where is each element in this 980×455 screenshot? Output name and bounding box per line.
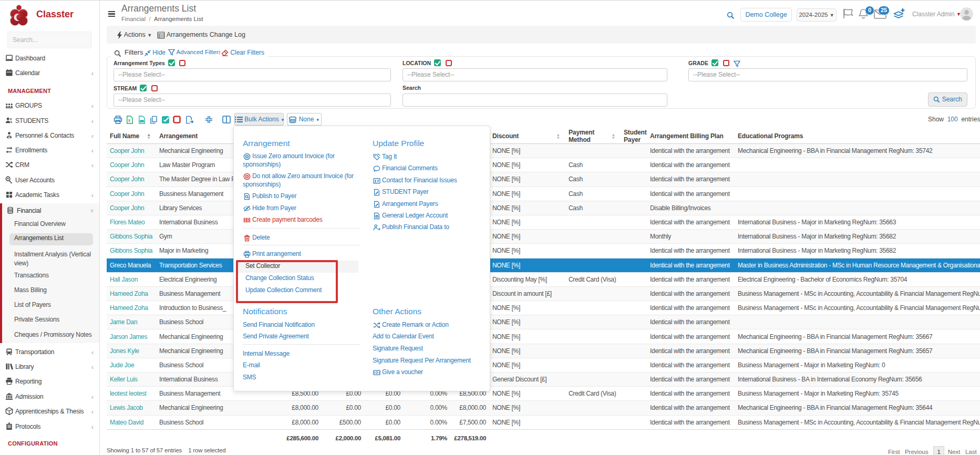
svg-text:X: X bbox=[128, 119, 131, 122]
